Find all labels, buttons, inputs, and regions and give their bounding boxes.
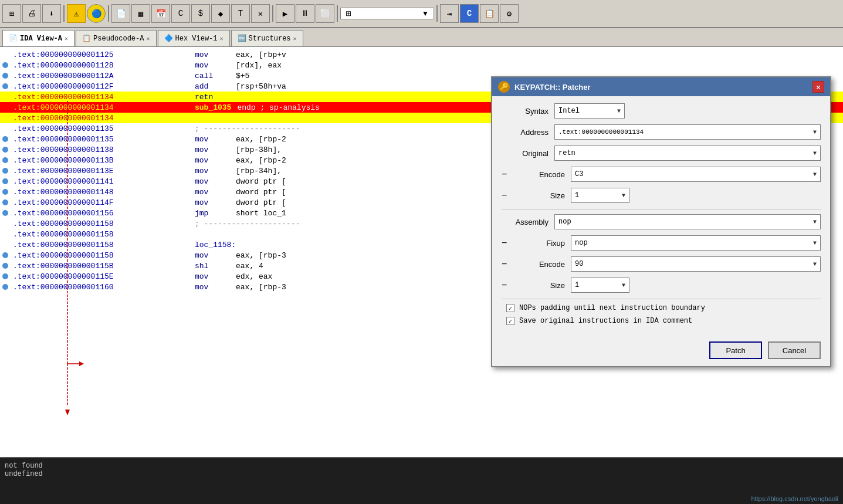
endp-5: endp ; sp-analysis <box>237 103 319 112</box>
size1-value: 1 <box>575 191 579 199</box>
syntax-dropdown[interactable]: Intel ▼ <box>554 103 625 119</box>
original-dropdown[interactable]: retn ▼ <box>554 146 821 161</box>
size2-minus[interactable]: − <box>502 280 513 290</box>
toolbar-btn-remote[interactable]: ⇥ <box>440 4 459 23</box>
original-label: Original <box>502 149 549 158</box>
toolbar-btn-5[interactable]: 🔵 <box>87 4 106 23</box>
fixup-label: Fixup <box>518 239 565 248</box>
toolbar-btn-3[interactable]: ⬇ <box>42 4 61 23</box>
operand-12: dword ptr [ <box>236 177 286 186</box>
comment-16: ; --------------------- <box>195 219 300 228</box>
toolbar-btn-1[interactable]: ⊞ <box>2 4 21 23</box>
tab-hex-close[interactable]: ✕ <box>220 35 224 42</box>
tab-pseudo-close[interactable]: ✕ <box>146 35 150 42</box>
dialog-close-button[interactable]: ✕ <box>812 81 824 93</box>
dot-2 <box>2 73 8 79</box>
addr-19: .text:0000000000001158 <box>13 251 195 260</box>
toolbar-btn-c[interactable]: C <box>460 4 479 23</box>
debugger-label: ⊞ <box>346 9 351 18</box>
encode1-label: Encode <box>518 170 565 179</box>
tab-pseudocode-a[interactable]: 📋 Pseudocode-A ✕ <box>76 30 156 46</box>
addr-12: .text:0000000000001141 <box>13 177 195 186</box>
svg-marker-4 <box>65 410 70 415</box>
tab-hex-view[interactable]: 🔷 Hex View-1 ✕ <box>158 30 230 46</box>
assembly-dropdown[interactable]: nop ▼ <box>554 214 821 229</box>
size1-dropdown[interactable]: 1 ▼ <box>571 188 629 203</box>
toolbar-sep-1 <box>63 5 65 22</box>
encode2-label: Encode <box>518 260 565 269</box>
tab-ida-view-a[interactable]: 📄 IDA View-A ✕ <box>2 30 75 46</box>
operand-20: eax, 4 <box>236 262 263 270</box>
cancel-button[interactable]: Cancel <box>768 341 821 359</box>
dot-19 <box>2 252 8 258</box>
size2-dropdown[interactable]: 1 ▼ <box>571 278 629 293</box>
toolbar-btn-pause[interactable]: ⏸ <box>296 4 314 23</box>
mnemonic-10: mov <box>195 156 236 165</box>
sub-label-5: sub_1035 <box>195 103 231 112</box>
checkbox2-row: ✓ Save original instructions in IDA comm… <box>502 317 821 325</box>
toolbar-sep-5 <box>436 5 438 22</box>
tab-bar: 📄 IDA View-A ✕ 📋 Pseudocode-A ✕ 🔷 Hex Vi… <box>0 28 843 47</box>
dot-3 <box>2 83 8 89</box>
tab-ida-close[interactable]: ✕ <box>65 35 68 42</box>
tab-structures[interactable]: 🔤 Structures ✕ <box>231 30 303 46</box>
syntax-row: Syntax Intel ▼ <box>502 103 821 119</box>
addr-17: .text:0000000000001158 <box>13 230 195 239</box>
keypatch-dialog[interactable]: 🔑 KEYPATCH:: Patcher ✕ Syntax Intel ▼ Ad… <box>491 76 831 367</box>
encode1-dropdown[interactable]: C3 ▼ <box>571 167 821 182</box>
mnemonic-1: mov <box>195 61 236 70</box>
toolbar-btn-6[interactable]: 📄 <box>111 4 130 23</box>
checkbox1[interactable]: ✓ <box>506 304 514 312</box>
address-row: Address .text:0000000000001134 ▼ <box>502 124 821 140</box>
toolbar-btn-12[interactable]: T <box>231 4 250 23</box>
encode2-dropdown[interactable]: 90 ▼ <box>571 256 821 272</box>
checkbox1-label: NOPs padding until next instruction boun… <box>519 304 705 312</box>
dot-14 <box>2 199 8 205</box>
address-dropdown[interactable]: .text:0000000000001134 ▼ <box>554 124 821 140</box>
toolbar-btn-8[interactable]: 📅 <box>151 4 170 23</box>
mnemonic-3: add <box>195 82 236 91</box>
mnemonic-13: mov <box>195 188 236 197</box>
toolbar-btn-2[interactable]: 🖨 <box>22 4 41 23</box>
size2-label: Size <box>518 281 565 290</box>
syntax-value: Intel <box>558 107 580 115</box>
toolbar-btn-9[interactable]: C <box>171 4 190 23</box>
divider-1 <box>502 209 821 209</box>
fixup-dropdown[interactable]: nop ▼ <box>571 235 821 251</box>
mnemonic-20: shl <box>195 262 236 270</box>
checkbox2[interactable]: ✓ <box>506 317 514 325</box>
toolbar-btn-7[interactable]: ▦ <box>131 4 150 23</box>
tab-struct-close[interactable]: ✕ <box>293 35 297 42</box>
size2-value: 1 <box>575 281 579 289</box>
toolbar-btn-4[interactable]: ⚠ <box>67 4 86 23</box>
debugger-dropdown[interactable]: ⊞ ▼ <box>340 8 434 19</box>
fixup-minus[interactable]: − <box>502 238 513 248</box>
size1-label: Size <box>518 191 565 200</box>
toolbar-btn-play[interactable]: ▶ <box>276 4 294 23</box>
operand-8: eax, [rbp-2 <box>236 135 286 144</box>
size1-minus[interactable]: − <box>502 190 513 201</box>
syntax-arrow: ▼ <box>617 108 621 114</box>
toolbar-btn-11[interactable]: ◆ <box>211 4 230 23</box>
syntax-label: Syntax <box>502 107 549 116</box>
encode2-minus[interactable]: − <box>502 259 513 269</box>
addr-21: .text:000000000000115E <box>13 272 195 281</box>
output-content: not found undefined <box>0 458 843 482</box>
addr-20: .text:000000000000115B <box>13 262 195 270</box>
size2-row: − Size 1 ▼ <box>502 278 821 293</box>
toolbar-btn-stop[interactable]: ⬜ <box>316 4 334 23</box>
checkbox2-label: Save original instructions in IDA commen… <box>519 317 692 325</box>
patch-button[interactable]: Patch <box>709 341 762 359</box>
size1-arrow: ▼ <box>622 192 625 199</box>
encode1-minus[interactable]: − <box>502 169 513 180</box>
toolbar-btn-extra[interactable]: ⚙ <box>500 4 519 23</box>
dot-11 <box>2 168 8 174</box>
toolbar-btn-13[interactable]: ✕ <box>251 4 270 23</box>
mnemonic-11: mov <box>195 167 236 175</box>
toolbar-btn-10[interactable]: $ <box>191 4 210 23</box>
dot-1 <box>2 62 8 68</box>
dot-9 <box>2 147 8 153</box>
dialog-body: Syntax Intel ▼ Address .text:00000000000… <box>492 96 830 337</box>
original-arrow: ▼ <box>813 150 817 157</box>
toolbar-btn-list[interactable]: 📋 <box>480 4 499 23</box>
